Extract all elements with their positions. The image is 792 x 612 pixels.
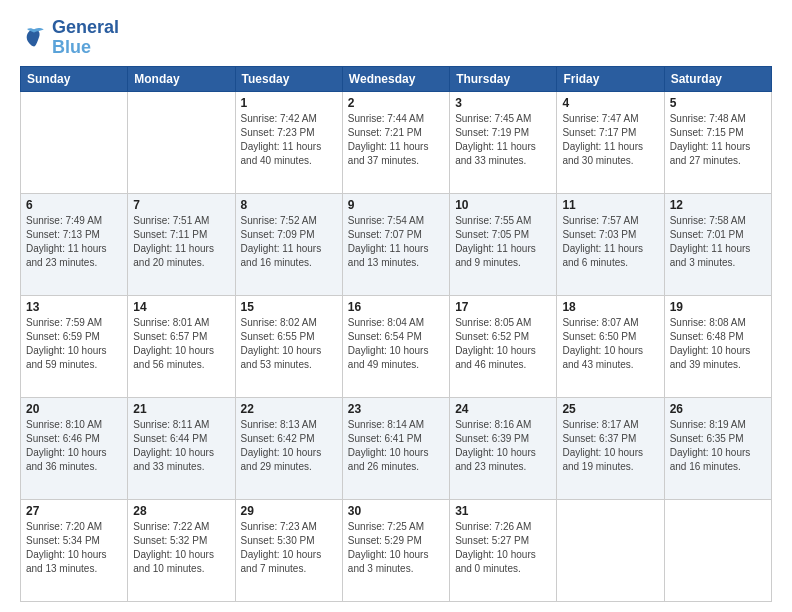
week-row-3: 13Sunrise: 7:59 AMSunset: 6:59 PMDayligh… [21, 295, 772, 397]
calendar-cell: 31Sunrise: 7:26 AMSunset: 5:27 PMDayligh… [450, 499, 557, 601]
calendar-cell: 20Sunrise: 8:10 AMSunset: 6:46 PMDayligh… [21, 397, 128, 499]
day-info: Sunrise: 7:20 AMSunset: 5:34 PMDaylight:… [26, 520, 122, 576]
day-number: 30 [348, 504, 444, 518]
day-info: Sunrise: 7:58 AMSunset: 7:01 PMDaylight:… [670, 214, 766, 270]
day-info: Sunrise: 8:19 AMSunset: 6:35 PMDaylight:… [670, 418, 766, 474]
day-number: 21 [133, 402, 229, 416]
day-number: 2 [348, 96, 444, 110]
calendar-cell: 9Sunrise: 7:54 AMSunset: 7:07 PMDaylight… [342, 193, 449, 295]
day-info: Sunrise: 7:55 AMSunset: 7:05 PMDaylight:… [455, 214, 551, 270]
day-info: Sunrise: 7:54 AMSunset: 7:07 PMDaylight:… [348, 214, 444, 270]
calendar-cell [128, 91, 235, 193]
calendar-cell: 26Sunrise: 8:19 AMSunset: 6:35 PMDayligh… [664, 397, 771, 499]
day-number: 20 [26, 402, 122, 416]
day-info: Sunrise: 8:14 AMSunset: 6:41 PMDaylight:… [348, 418, 444, 474]
day-info: Sunrise: 8:17 AMSunset: 6:37 PMDaylight:… [562, 418, 658, 474]
day-number: 19 [670, 300, 766, 314]
page: General Blue SundayMondayTuesdayWednesda… [0, 0, 792, 612]
day-info: Sunrise: 7:49 AMSunset: 7:13 PMDaylight:… [26, 214, 122, 270]
week-row-2: 6Sunrise: 7:49 AMSunset: 7:13 PMDaylight… [21, 193, 772, 295]
day-number: 23 [348, 402, 444, 416]
day-number: 18 [562, 300, 658, 314]
day-number: 3 [455, 96, 551, 110]
day-number: 13 [26, 300, 122, 314]
day-info: Sunrise: 7:26 AMSunset: 5:27 PMDaylight:… [455, 520, 551, 576]
calendar-cell: 16Sunrise: 8:04 AMSunset: 6:54 PMDayligh… [342, 295, 449, 397]
week-row-5: 27Sunrise: 7:20 AMSunset: 5:34 PMDayligh… [21, 499, 772, 601]
day-info: Sunrise: 8:04 AMSunset: 6:54 PMDaylight:… [348, 316, 444, 372]
calendar-cell: 13Sunrise: 7:59 AMSunset: 6:59 PMDayligh… [21, 295, 128, 397]
day-number: 25 [562, 402, 658, 416]
calendar-cell: 15Sunrise: 8:02 AMSunset: 6:55 PMDayligh… [235, 295, 342, 397]
day-info: Sunrise: 7:52 AMSunset: 7:09 PMDaylight:… [241, 214, 337, 270]
calendar-cell: 30Sunrise: 7:25 AMSunset: 5:29 PMDayligh… [342, 499, 449, 601]
day-info: Sunrise: 7:42 AMSunset: 7:23 PMDaylight:… [241, 112, 337, 168]
calendar-cell: 17Sunrise: 8:05 AMSunset: 6:52 PMDayligh… [450, 295, 557, 397]
day-number: 28 [133, 504, 229, 518]
day-info: Sunrise: 7:22 AMSunset: 5:32 PMDaylight:… [133, 520, 229, 576]
day-info: Sunrise: 7:48 AMSunset: 7:15 PMDaylight:… [670, 112, 766, 168]
day-number: 6 [26, 198, 122, 212]
day-number: 26 [670, 402, 766, 416]
calendar-cell [557, 499, 664, 601]
day-number: 4 [562, 96, 658, 110]
day-info: Sunrise: 8:16 AMSunset: 6:39 PMDaylight:… [455, 418, 551, 474]
logo-icon [20, 24, 48, 52]
calendar-cell: 5Sunrise: 7:48 AMSunset: 7:15 PMDaylight… [664, 91, 771, 193]
calendar-cell: 25Sunrise: 8:17 AMSunset: 6:37 PMDayligh… [557, 397, 664, 499]
day-number: 7 [133, 198, 229, 212]
day-info: Sunrise: 7:23 AMSunset: 5:30 PMDaylight:… [241, 520, 337, 576]
day-info: Sunrise: 7:45 AMSunset: 7:19 PMDaylight:… [455, 112, 551, 168]
calendar-cell: 19Sunrise: 8:08 AMSunset: 6:48 PMDayligh… [664, 295, 771, 397]
weekday-wednesday: Wednesday [342, 66, 449, 91]
calendar-cell [664, 499, 771, 601]
day-number: 10 [455, 198, 551, 212]
calendar-cell: 24Sunrise: 8:16 AMSunset: 6:39 PMDayligh… [450, 397, 557, 499]
weekday-sunday: Sunday [21, 66, 128, 91]
day-number: 1 [241, 96, 337, 110]
calendar-cell: 8Sunrise: 7:52 AMSunset: 7:09 PMDaylight… [235, 193, 342, 295]
week-row-4: 20Sunrise: 8:10 AMSunset: 6:46 PMDayligh… [21, 397, 772, 499]
day-info: Sunrise: 7:51 AMSunset: 7:11 PMDaylight:… [133, 214, 229, 270]
day-info: Sunrise: 7:59 AMSunset: 6:59 PMDaylight:… [26, 316, 122, 372]
calendar-cell: 1Sunrise: 7:42 AMSunset: 7:23 PMDaylight… [235, 91, 342, 193]
day-number: 27 [26, 504, 122, 518]
calendar-cell: 18Sunrise: 8:07 AMSunset: 6:50 PMDayligh… [557, 295, 664, 397]
day-number: 11 [562, 198, 658, 212]
day-number: 24 [455, 402, 551, 416]
calendar-cell: 21Sunrise: 8:11 AMSunset: 6:44 PMDayligh… [128, 397, 235, 499]
week-row-1: 1Sunrise: 7:42 AMSunset: 7:23 PMDaylight… [21, 91, 772, 193]
day-number: 8 [241, 198, 337, 212]
day-number: 29 [241, 504, 337, 518]
day-number: 12 [670, 198, 766, 212]
calendar-header-row: SundayMondayTuesdayWednesdayThursdayFrid… [21, 66, 772, 91]
logo-text: General Blue [52, 18, 119, 58]
header: General Blue [20, 18, 772, 58]
weekday-thursday: Thursday [450, 66, 557, 91]
weekday-tuesday: Tuesday [235, 66, 342, 91]
calendar-cell: 23Sunrise: 8:14 AMSunset: 6:41 PMDayligh… [342, 397, 449, 499]
day-info: Sunrise: 8:11 AMSunset: 6:44 PMDaylight:… [133, 418, 229, 474]
day-number: 5 [670, 96, 766, 110]
day-info: Sunrise: 8:10 AMSunset: 6:46 PMDaylight:… [26, 418, 122, 474]
calendar-cell: 4Sunrise: 7:47 AMSunset: 7:17 PMDaylight… [557, 91, 664, 193]
weekday-saturday: Saturday [664, 66, 771, 91]
calendar-cell [21, 91, 128, 193]
calendar: SundayMondayTuesdayWednesdayThursdayFrid… [20, 66, 772, 602]
calendar-cell: 12Sunrise: 7:58 AMSunset: 7:01 PMDayligh… [664, 193, 771, 295]
calendar-cell: 6Sunrise: 7:49 AMSunset: 7:13 PMDaylight… [21, 193, 128, 295]
day-info: Sunrise: 7:47 AMSunset: 7:17 PMDaylight:… [562, 112, 658, 168]
calendar-cell: 27Sunrise: 7:20 AMSunset: 5:34 PMDayligh… [21, 499, 128, 601]
weekday-friday: Friday [557, 66, 664, 91]
day-info: Sunrise: 7:57 AMSunset: 7:03 PMDaylight:… [562, 214, 658, 270]
day-info: Sunrise: 8:02 AMSunset: 6:55 PMDaylight:… [241, 316, 337, 372]
calendar-cell: 22Sunrise: 8:13 AMSunset: 6:42 PMDayligh… [235, 397, 342, 499]
day-number: 16 [348, 300, 444, 314]
day-info: Sunrise: 8:05 AMSunset: 6:52 PMDaylight:… [455, 316, 551, 372]
day-info: Sunrise: 8:01 AMSunset: 6:57 PMDaylight:… [133, 316, 229, 372]
calendar-cell: 29Sunrise: 7:23 AMSunset: 5:30 PMDayligh… [235, 499, 342, 601]
calendar-cell: 2Sunrise: 7:44 AMSunset: 7:21 PMDaylight… [342, 91, 449, 193]
calendar-cell: 7Sunrise: 7:51 AMSunset: 7:11 PMDaylight… [128, 193, 235, 295]
day-info: Sunrise: 8:13 AMSunset: 6:42 PMDaylight:… [241, 418, 337, 474]
day-number: 17 [455, 300, 551, 314]
